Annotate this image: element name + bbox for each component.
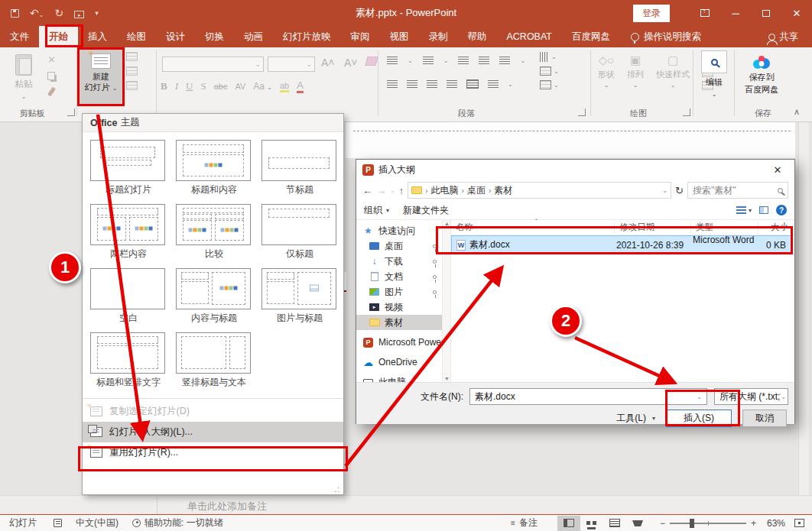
address-dropdown-icon[interactable]: ⌄ bbox=[662, 187, 667, 194]
zoom-level[interactable]: 63% bbox=[767, 518, 785, 529]
menu-resize-handle[interactable] bbox=[334, 484, 340, 494]
highlight-color-button[interactable]: ab bbox=[280, 81, 289, 92]
menu-item-duplicate-selected-slides[interactable]: 复制选定幻灯片(D) bbox=[83, 401, 343, 422]
accessibility-status[interactable]: 辅助功能: 一切就绪 bbox=[132, 516, 223, 529]
bold-button[interactable]: B bbox=[161, 80, 167, 92]
sidebar-item-sucai-folder[interactable]: 素材 bbox=[356, 315, 442, 330]
preview-pane-icon[interactable] bbox=[759, 206, 768, 214]
maximize-button[interactable] bbox=[751, 0, 781, 26]
increase-indent-icon[interactable] bbox=[479, 57, 489, 64]
grow-font-icon[interactable]: A˄ bbox=[321, 57, 335, 69]
notes-pane[interactable]: 单击此处添加备注 bbox=[0, 495, 812, 514]
vertical-scrollbar[interactable]: ▼ bbox=[798, 122, 809, 513]
start-slideshow-icon[interactable]: ▸ bbox=[74, 8, 84, 18]
dialog-close-icon[interactable]: ✕ bbox=[767, 164, 788, 176]
sidebar-item-documents[interactable]: 文档 bbox=[356, 269, 442, 284]
help-icon[interactable] bbox=[776, 205, 787, 215]
text-direction-icon[interactable] bbox=[540, 52, 549, 62]
sidebar-item-pictures[interactable]: 图片 bbox=[356, 284, 442, 299]
filename-input[interactable]: 素材.docx ⌄ bbox=[469, 388, 707, 405]
sidebar-item-this-pc[interactable]: 此电脑 bbox=[356, 374, 442, 382]
tab-acrobat[interactable]: ACROBAT bbox=[497, 26, 563, 47]
tab-review[interactable]: 审阅 bbox=[341, 26, 380, 47]
refresh-icon[interactable]: ↻ bbox=[675, 185, 684, 196]
close-button[interactable]: ✕ bbox=[781, 0, 812, 26]
language-indicator[interactable]: 中文(中国) bbox=[76, 516, 119, 529]
layout-section[interactable]: 节标题 bbox=[261, 140, 338, 196]
font-name-combo[interactable]: ⌄ bbox=[162, 57, 264, 72]
layout-title-content[interactable]: 标题和内容 bbox=[176, 140, 252, 196]
shapes-button[interactable]: ◇○ 形状⌄ bbox=[598, 53, 615, 89]
save-to-baidu-button[interactable]: 保存到 百度网盘 bbox=[739, 50, 784, 105]
reading-view-button[interactable] bbox=[603, 516, 626, 531]
sidebar-scrollbar[interactable]: ▲▼ bbox=[442, 220, 450, 382]
organize-button[interactable]: 组织▾ bbox=[364, 204, 389, 217]
redo-icon[interactable]: ↻ bbox=[54, 8, 63, 18]
paragraph-dialog-launcher-icon[interactable] bbox=[578, 108, 586, 116]
reset-slide-icon[interactable] bbox=[126, 66, 138, 76]
recent-locations-icon[interactable]: ⌄ bbox=[390, 187, 395, 194]
layout-title[interactable]: 标题幻灯片 bbox=[90, 140, 167, 196]
convert-smartart-icon[interactable] bbox=[540, 80, 551, 89]
forward-icon[interactable]: → bbox=[376, 185, 386, 196]
proofing-icon[interactable] bbox=[54, 519, 62, 527]
layout-picture-caption[interactable]: 图片与标题 bbox=[261, 268, 338, 325]
tab-help[interactable]: 帮助 bbox=[458, 26, 497, 47]
justify-icon[interactable] bbox=[447, 80, 457, 88]
sidebar-item-onedrive[interactable]: ☁OneDrive bbox=[356, 355, 442, 370]
cancel-button[interactable]: 取消 bbox=[742, 410, 787, 427]
cut-icon[interactable]: ⨯ bbox=[47, 53, 56, 65]
tab-design[interactable]: 设计 bbox=[156, 26, 195, 47]
sidebar-item-desktop[interactable]: 桌面 bbox=[356, 238, 442, 254]
column-header-name[interactable]: 名称 bbox=[451, 222, 614, 233]
insert-button[interactable]: 插入(S) bbox=[666, 410, 732, 427]
align-text-icon[interactable] bbox=[540, 66, 551, 76]
copy-icon[interactable] bbox=[47, 72, 55, 80]
change-view-button[interactable]: ▾ bbox=[736, 206, 752, 214]
breadcrumb-this-pc[interactable]: 此电脑 bbox=[431, 184, 459, 197]
editing-button[interactable]: 编辑 ⌄ bbox=[699, 50, 729, 105]
back-icon[interactable]: ← bbox=[362, 185, 372, 196]
customize-qat-icon[interactable]: ▾ bbox=[95, 10, 99, 17]
layout-title-only[interactable]: 仅标题 bbox=[261, 204, 338, 261]
file-row[interactable]: 素材.docx2021-10-26 8:39Microsoft Word ...… bbox=[451, 235, 793, 254]
column-header-date[interactable]: 修改日期 bbox=[614, 222, 690, 233]
tab-home[interactable]: 开始 bbox=[39, 26, 78, 47]
align-center-icon[interactable] bbox=[407, 80, 417, 88]
menu-item-slides-from-outline[interactable]: 幻灯片(从大纲)(L)... bbox=[83, 422, 343, 442]
breadcrumb-sucai[interactable]: 素材 bbox=[494, 184, 512, 197]
column-header-size[interactable]: 大小 bbox=[758, 222, 794, 233]
zoom-in-icon[interactable]: + bbox=[751, 518, 756, 529]
sidebar-item-videos[interactable]: ▸视频 bbox=[356, 299, 442, 315]
tab-record[interactable]: 录制 bbox=[419, 26, 458, 47]
tell-me-search[interactable]: 操作说明搜索 bbox=[631, 26, 701, 47]
underline-button[interactable]: U bbox=[186, 80, 193, 92]
quick-styles-button[interactable]: ▢ 快速样式⌄ bbox=[656, 53, 690, 89]
layout-icon[interactable] bbox=[126, 52, 138, 61]
sign-in-button[interactable]: 登录 bbox=[633, 5, 670, 22]
notes-placeholder[interactable]: 单击此处添加备注 bbox=[187, 500, 267, 513]
sidebar-item-quick-access[interactable]: ★快速访问 bbox=[356, 223, 442, 238]
shrink-font-icon[interactable]: A˅ bbox=[344, 57, 358, 69]
new-slide-button[interactable]: 新建 幻灯片 ⌄ bbox=[80, 49, 122, 105]
tab-insert[interactable]: 插入 bbox=[78, 26, 117, 47]
address-bar[interactable]: ›此电脑 ›桌面 ›素材 ⌄ bbox=[408, 182, 671, 199]
align-right-icon[interactable] bbox=[427, 80, 437, 88]
layout-vertical-title[interactable]: 竖排标题与文本 bbox=[176, 332, 252, 389]
menu-item-reuse-slides[interactable]: 重用幻灯片(R)... bbox=[83, 442, 343, 463]
distribute-icon[interactable] bbox=[466, 79, 479, 89]
format-painter-icon[interactable] bbox=[47, 87, 56, 97]
undo-icon[interactable]: ↶⌄ bbox=[30, 8, 44, 18]
tab-draw[interactable]: 绘图 bbox=[117, 26, 156, 47]
tab-baidu-netdisk[interactable]: 百度网盘 bbox=[562, 26, 620, 47]
character-spacing-button[interactable]: AV bbox=[235, 82, 245, 91]
tab-file[interactable]: 文件 bbox=[0, 26, 39, 47]
arrange-button[interactable]: ▣ 排列⌄ bbox=[627, 53, 644, 89]
scroll-down-icon[interactable]: ▼ bbox=[444, 376, 450, 381]
zoom-slider-thumb[interactable] bbox=[690, 519, 694, 528]
clear-formatting-icon[interactable] bbox=[365, 57, 378, 66]
decrease-indent-icon[interactable] bbox=[458, 57, 469, 64]
minimize-button[interactable]: ─ bbox=[720, 0, 751, 26]
columns-icon[interactable] bbox=[488, 80, 499, 88]
layout-two-content[interactable]: 两栏内容 bbox=[90, 204, 167, 261]
